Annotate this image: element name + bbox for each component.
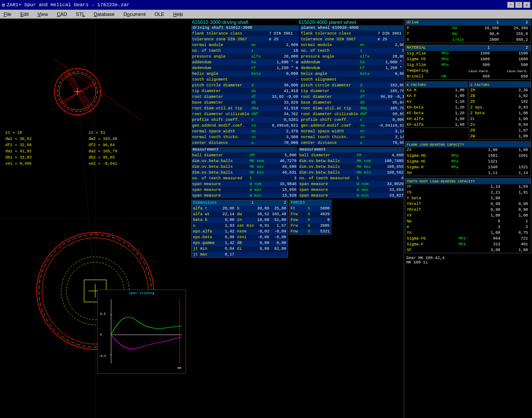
table-row: span measure W nom 33,9020 — [298, 181, 404, 187]
menu-document[interactable]: Document — [122, 12, 147, 17]
table-row: pitch circle diameter d 36,000 — [191, 82, 299, 88]
table-row: ZR 1,07 — [469, 128, 531, 134]
table-row: root diam.util.at tip dNa 41,918 — [191, 105, 299, 111]
menu-cad[interactable]: CAD — [55, 12, 69, 17]
table-row: tip diameter da 105,786 — [300, 88, 404, 94]
forces-header: FORCES — [289, 200, 331, 206]
table-row: root diameter utilizable dNf 99,857 — [300, 111, 404, 117]
tooth-capacity-section: TOOTH ROOT LOAD-BEARING CAPACITY YF 1,24… — [405, 178, 531, 253]
z-factors-block: Z FACTORS ZH 2,36 ZB 1,02 ZE 192 — [469, 81, 532, 139]
close-button[interactable]: ✕ — [523, 2, 530, 8]
gear-note2: HK 100-1i — [406, 260, 531, 265]
title-bar: ⚙ ZAR1+ Spur and Helical Gears - 178223e… — [0, 0, 532, 10]
svg-text:df1 = 32,98: df1 = 32,98 — [5, 143, 31, 147]
table-row: KA H 1,00 — [405, 88, 468, 93]
table-row: ball diameter DM 4,000 — [298, 152, 404, 158]
table-row: ZH 2,36 — [469, 88, 531, 93]
flank-capacity-section: FLANK LOAD-BEARING CAPACITY ZX 1,00 1,00… — [405, 141, 531, 176]
table-row: Zv 0,94 — [469, 122, 531, 128]
dimensions-table: Dimensions 1 2 alfa t 20,00 b 30,00 25,0… — [191, 200, 288, 258]
kfactors-header: K FACTORS — [405, 82, 468, 88]
table-row: Np 0 1 — [405, 219, 531, 224]
table-row: profile shift coeff. x 0,0000 — [300, 117, 404, 123]
svg-text:db2 = 95,85: db2 = 95,85 — [89, 155, 115, 160]
table-row: Tempering case-hard. case-hard. — [405, 68, 531, 74]
table-row: P kW 26,389 26,389 — [405, 26, 531, 31]
middle-data-panel: 615012-3000 driving shaft 615020-4000 pl… — [190, 19, 404, 418]
maximize-button[interactable]: □ — [515, 2, 522, 8]
main-tables-row: driving shaft 615012-3000 flank toleranc… — [191, 25, 403, 146]
table-row: Ftw N 4929 — [289, 212, 331, 217]
table-row: Sigma-HG MPa 1501 1501 — [405, 153, 531, 159]
driving-measurement-table: ball diameter DM 5,000 dim.ov.betw.balls… — [191, 152, 297, 198]
table-row: addendum ha 1,000 * m — [300, 59, 404, 65]
table-row: YdrelT 0,99 0,98 — [405, 201, 531, 207]
planet-wheel-subtitle: planet wheel 615020-4000 — [300, 25, 404, 31]
table-row: Sigma FE MPa 1000 1000 — [405, 57, 531, 62]
table-row: root diameter utilizable dNf 34,762 — [191, 111, 299, 117]
top-titles-row: 615012-3000 driving shaft 615020-4000 pl… — [191, 19, 403, 25]
table-row: pitch circle diameter d 102,000 — [300, 82, 404, 88]
window-controls[interactable]: — □ ✕ — [507, 2, 530, 8]
table-row: gen.addend.modif.coef. xe -0,041±0,021 — [300, 123, 404, 128]
svg-text:0: 0 — [100, 333, 102, 337]
tooth-capacity-table: TOOTH ROOT LOAD-BEARING CAPACITY YF 1,24… — [405, 178, 531, 253]
table-row: root diameter df 33,02 -0,08 — [191, 94, 299, 100]
table-row: Brinell HB 650 650 — [405, 74, 531, 80]
table-row: jt min 0,04 di 0,00 62,00 — [192, 246, 288, 252]
table-row: Sig.Hlim MPa 1500 1500 — [405, 51, 531, 57]
table-row: Sig.Flim MPa 500 500 — [405, 62, 531, 68]
svg-text:z2 = 51: z2 = 51 — [89, 131, 105, 135]
table-row: base diameter db 33,829 — [191, 100, 299, 105]
table-row: helix angle beta 0,000 — [191, 71, 299, 77]
k-factors-table: K FACTORS KA H 1,00 KA F 1,00 Kv 1,10 — [405, 81, 468, 128]
table-row: normal module mn 2,000 — [300, 42, 404, 48]
minimize-button[interactable]: — — [507, 2, 514, 8]
gear-drawing-panel: mn = 2 alpha= 20° beta = 0° a = 70,000 e… — [0, 19, 190, 418]
driving-shaft-title: 615012-3000 driving shaft — [191, 19, 296, 25]
table-row: tolerance zone DIN 3967 e 25 — [300, 36, 404, 42]
table-row: flank tolerance class 7 DIN 3961 — [300, 31, 404, 36]
svg-text:da1 = 41,92: da1 = 41,92 — [5, 149, 31, 154]
spec-sliding-chart: spec sliding 0,5 0 -0,5 mm — [97, 290, 186, 374]
dimensions-block: Dimensions 1 2 alfa t 20,00 b 30,00 25,0… — [191, 200, 288, 258]
measurement-row: measurement ball diameter DM 5,000 dim.o… — [191, 147, 403, 198]
planet-wheel-block: planet wheel 615020-4000 flank tolerance… — [300, 25, 404, 146]
table-row: e 3 2 — [405, 224, 531, 230]
menu-bar: File Edit View CAD STL Database Document… — [0, 10, 532, 19]
table-row: base diameter db 95,849 — [300, 100, 404, 105]
tooth-header: TOOTH ROOT LOAD-BEARING CAPACITY — [405, 178, 531, 184]
menu-stl[interactable]: STL — [74, 12, 87, 17]
table-row: span measure W min 33,827 — [298, 193, 404, 198]
table-row: no. of teeth measured k 6 — [298, 175, 404, 181]
table-row: dim.ov.betw.balls MK max 108,655 — [298, 164, 404, 170]
menu-help[interactable]: Help — [171, 12, 185, 17]
menu-edit[interactable]: Edit — [19, 12, 31, 17]
table-row: profile shift coeff. x 0,5261 — [191, 117, 299, 123]
table-row: KF-beta 1,20 — [405, 111, 468, 116]
table-row: eps.gamma 1,42 dB 0,00 0,00 — [192, 240, 288, 246]
table-row: no. of teeth z 18 — [191, 48, 299, 54]
table-row: root diameter df 96,89 -0,11 — [300, 94, 404, 100]
table-row: Fxw N 0 — [289, 217, 331, 223]
table-row: normal module mn 2,000 — [191, 42, 299, 48]
svg-text:df2 = 96,84: df2 = 96,84 — [89, 143, 115, 147]
table-row: tooth alignment - — [300, 77, 404, 82]
title-bar-left: ⚙ ZAR1+ Spur and Helical Gears - 178223e… — [2, 2, 129, 8]
drive-header: drive 1 2 — [405, 20, 531, 26]
table-row: alfa wt 22,14 dw 36,52 103,48 — [192, 212, 288, 217]
table-row: ZX 1,00 1,00 — [405, 147, 531, 153]
table-row: KA F 1,00 — [405, 93, 468, 99]
material-table: MATERIAL 1 2 Sig.Hlim MPa 1500 1500 Sigm… — [405, 45, 531, 80]
table-row: YRrelT 0,98 0,98 — [405, 207, 531, 213]
menu-database[interactable]: Database — [92, 12, 116, 17]
table-row: eps.alfa 1,42 Asne -0,03 -0,04 — [192, 229, 288, 235]
k-factors-block: K FACTORS KA H 1,00 KA F 1,00 Kv 1,10 — [405, 81, 468, 139]
gear-notes: Gear HK 100-42,4 HK 100-1i — [405, 256, 531, 265]
svg-text:xe1 = 0,495: xe1 = 0,495 — [5, 162, 31, 166]
menu-ole[interactable]: OLE — [153, 12, 166, 17]
table-row: ZW 1,00 — [469, 134, 531, 139]
menu-view[interactable]: View — [36, 12, 50, 17]
table-row: dedendum hf 1,250 * m — [300, 65, 404, 71]
menu-file[interactable]: File — [2, 12, 13, 17]
